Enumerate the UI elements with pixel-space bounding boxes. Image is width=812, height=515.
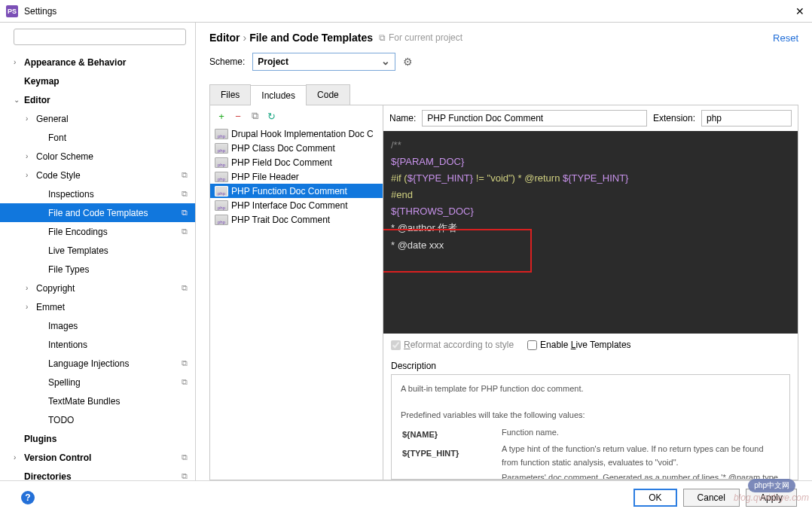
copy-icon: ⧉ xyxy=(182,208,188,218)
php-file-icon: php xyxy=(215,200,228,211)
sidebar-item-keymap[interactable]: Keymap xyxy=(0,72,195,90)
remove-icon[interactable]: − xyxy=(233,111,243,122)
highlight-box xyxy=(383,229,532,273)
sidebar-item-version-control[interactable]: ›Version Control⧉ xyxy=(0,448,195,467)
description-label: Description xyxy=(391,361,790,371)
scheme-label: Scheme: xyxy=(209,56,245,67)
main-panel: Editor›File and Code Templates ⧉ For cur… xyxy=(196,23,812,480)
dialog-footer: ? OK Cancel Apply xyxy=(0,480,812,513)
code-editor[interactable]: /** ${PARAM_DOC} #if (${TYPE_HINT} != "v… xyxy=(383,131,798,334)
sidebar-item-file-and-code-templates[interactable]: File and Code Templates⧉ xyxy=(0,203,195,222)
copy-icon: ⧉ xyxy=(182,453,188,462)
tab-files[interactable]: Files xyxy=(209,84,251,105)
php-file-icon: php xyxy=(215,129,228,139)
sidebar-item-language-injections[interactable]: Language Injections⧉ xyxy=(0,354,195,373)
copy-icon: ⧉ xyxy=(182,227,188,236)
sidebar-item-editor[interactable]: ⌄Editor xyxy=(0,90,195,109)
window-title: Settings xyxy=(24,6,794,17)
for-project-label: ⧉ For current project xyxy=(379,32,462,43)
copy-icon: ⧉ xyxy=(182,189,188,199)
name-label: Name: xyxy=(389,113,416,123)
help-icon[interactable]: ? xyxy=(21,491,35,504)
sidebar-item-spelling[interactable]: Spelling⧉ xyxy=(0,373,195,392)
tab-includes[interactable]: Includes xyxy=(250,85,307,105)
php-file-icon: php xyxy=(215,215,228,225)
reset-link[interactable]: Reset xyxy=(773,32,798,44)
search-input[interactable] xyxy=(14,29,186,45)
sidebar-item-images[interactable]: Images xyxy=(0,316,195,335)
cancel-button[interactable]: Cancel xyxy=(683,489,740,507)
php-file-icon: php xyxy=(215,186,228,197)
copy-icon: ⧉ xyxy=(182,170,188,180)
description-box: A built-in template for PHP function doc… xyxy=(391,374,790,480)
sidebar-item-inspections[interactable]: Inspections⧉ xyxy=(0,184,195,203)
copy-template-icon[interactable]: ⧉ xyxy=(249,110,260,122)
sidebar-item-file-encodings[interactable]: File Encodings⧉ xyxy=(0,222,195,241)
tabs: Files Includes Code xyxy=(209,84,798,105)
sidebar-item-textmate-bundles[interactable]: TextMate Bundles xyxy=(0,392,195,410)
refresh-icon[interactable]: ↻ xyxy=(266,111,276,122)
copy-icon: ⧉ xyxy=(379,32,386,43)
sidebar-item-general[interactable]: ›General xyxy=(0,109,195,128)
settings-tree: ›Appearance & BehaviorKeymap⌄Editor›Gene… xyxy=(0,50,195,480)
template-toolbar: + − ⧉ ↻ xyxy=(210,105,383,126)
copy-icon: ⧉ xyxy=(182,377,188,387)
scheme-select[interactable]: Project xyxy=(252,53,395,71)
sidebar-item-live-templates[interactable]: Live Templates xyxy=(0,241,195,260)
sidebar-item-directories[interactable]: Directories⧉ xyxy=(0,467,195,480)
reformat-checkbox: Reformat according to style xyxy=(391,340,514,350)
template-item[interactable]: phpPHP Field Doc Comment xyxy=(210,155,383,169)
sidebar-item-code-style[interactable]: ›Code Style⧉ xyxy=(0,166,195,184)
tab-code[interactable]: Code xyxy=(306,84,350,105)
php-file-icon: php xyxy=(215,172,228,182)
close-icon[interactable]: ✕ xyxy=(794,5,806,17)
sidebar-item-plugins[interactable]: Plugins xyxy=(0,429,195,448)
template-name-input[interactable] xyxy=(422,110,647,126)
live-templates-checkbox[interactable]: Enable Live Templates xyxy=(527,340,631,350)
template-item[interactable]: phpPHP Class Doc Comment xyxy=(210,141,383,155)
template-item[interactable]: phpPHP Trait Doc Comment xyxy=(210,212,383,227)
breadcrumb: Editor›File and Code Templates xyxy=(209,32,373,44)
sidebar: ›Appearance & BehaviorKeymap⌄Editor›Gene… xyxy=(0,23,196,480)
sidebar-item-intentions[interactable]: Intentions xyxy=(0,335,195,354)
sidebar-item-copyright[interactable]: ›Copyright⧉ xyxy=(0,279,195,297)
template-ext-input[interactable] xyxy=(701,110,792,126)
sidebar-item-file-types[interactable]: File Types xyxy=(0,260,195,279)
app-icon: PS xyxy=(6,5,18,17)
template-item[interactable]: phpPHP Interface Doc Comment xyxy=(210,198,383,212)
sidebar-item-color-scheme[interactable]: ›Color Scheme xyxy=(0,147,195,166)
copy-icon: ⧉ xyxy=(182,471,188,480)
gear-icon[interactable]: ⚙ xyxy=(403,56,413,68)
template-item[interactable]: phpDrupal Hook Implementation Doc C xyxy=(210,126,383,141)
sidebar-item-todo[interactable]: TODO xyxy=(0,410,195,429)
titlebar: PS Settings ✕ xyxy=(0,0,812,23)
sidebar-item-emmet[interactable]: ›Emmet xyxy=(0,297,195,316)
copy-icon: ⧉ xyxy=(182,283,188,293)
copy-icon: ⧉ xyxy=(182,358,188,368)
sidebar-item-appearance-behavior[interactable]: ›Appearance & Behavior xyxy=(0,53,195,72)
template-item[interactable]: phpPHP Function Doc Comment xyxy=(210,184,383,198)
template-item[interactable]: phpPHP File Header xyxy=(210,169,383,184)
apply-button[interactable]: Apply xyxy=(746,489,797,507)
ok-button[interactable]: OK xyxy=(633,489,676,507)
sidebar-item-font[interactable]: Font xyxy=(0,128,195,147)
template-list-pane: + − ⧉ ↻ phpDrupal Hook Implementation Do… xyxy=(210,105,383,480)
add-icon[interactable]: + xyxy=(216,111,227,122)
extension-label: Extension: xyxy=(653,113,695,123)
php-file-icon: php xyxy=(215,143,228,154)
php-file-icon: php xyxy=(215,157,228,168)
